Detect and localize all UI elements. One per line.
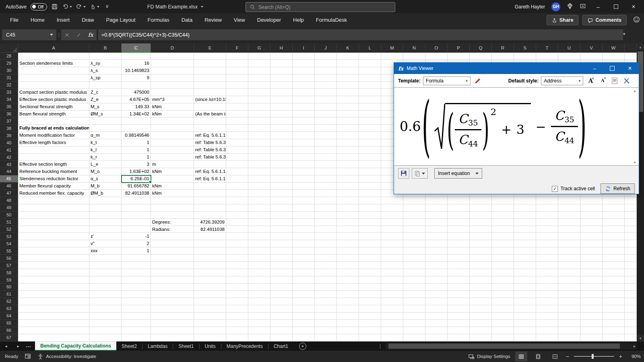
cell-K59[interactable] [337,276,359,284]
window-maximize-button[interactable] [610,0,621,13]
cell-T67[interactable] [536,334,558,341]
cell-S50[interactable] [514,212,536,219]
cell-I57[interactable] [293,262,315,269]
touch-mode-dropdown-arrow[interactable] [97,6,99,8]
tabbar-options-icon[interactable]: ⋮ [378,343,383,349]
page-break-view-button[interactable] [549,352,561,361]
cell-H47[interactable] [270,190,293,197]
cell-F43[interactable] [226,161,248,168]
cell-E49[interactable] [194,204,226,212]
cell-Q61[interactable] [470,291,492,298]
cell-U50[interactable] [558,212,580,219]
cell-M67[interactable] [381,334,403,341]
cell-N48[interactable] [403,197,425,204]
row-header-50[interactable]: 50 [0,212,18,219]
cell-W49[interactable] [603,204,625,212]
macro-record-icon[interactable] [25,353,31,360]
cell-L59[interactable] [359,276,381,284]
cell-D52[interactable]: Radians: [151,226,194,233]
scroll-down-icon[interactable]: ▾ [637,335,644,341]
cell-C33[interactable]: 475000 [122,89,151,96]
cell-E46[interactable] [194,183,226,190]
cell-B64[interactable] [89,313,122,320]
cell-V50[interactable] [580,212,603,219]
cell-F48[interactable] [226,197,248,204]
cell-J42[interactable] [315,154,337,161]
cell-A67[interactable] [18,334,89,341]
cell-K67[interactable] [337,334,359,341]
cell-I36[interactable] [293,111,315,118]
cell-H41[interactable] [270,146,293,154]
cell-A58[interactable] [18,269,89,276]
cell-O63[interactable] [425,305,448,313]
cell-G29[interactable] [248,60,270,67]
cell-D39[interactable] [151,132,194,139]
cell-C54[interactable]: 2 [122,240,151,247]
cell-P59[interactable] [448,276,470,284]
cell-B54[interactable]: v" [89,240,122,247]
cell-L55[interactable] [359,247,381,255]
scroll-up-icon[interactable]: ▴ [637,43,644,50]
cell-M57[interactable] [381,262,403,269]
cell-L56[interactable] [359,255,381,262]
cell-K31[interactable] [337,74,359,82]
edit-template-pencil-icon[interactable] [473,76,483,86]
cell-I33[interactable] [293,89,315,96]
ribbon-tab-insert[interactable]: Insert [51,13,76,27]
cell-O59[interactable] [425,276,448,284]
cell-H42[interactable] [270,154,293,161]
copy-equation-button[interactable] [412,168,428,179]
cell-K34[interactable] [337,96,359,103]
cell-C41[interactable]: 1 [122,146,151,154]
cell-C44[interactable]: 1.63E+02 [122,168,151,175]
cell-W64[interactable] [603,313,625,320]
cell-R58[interactable] [492,269,514,276]
cell-I29[interactable] [293,60,315,67]
cell-F63[interactable] [226,305,248,313]
cell-I53[interactable] [293,233,315,240]
row-header-45[interactable]: 45 [0,175,18,183]
cell-C58[interactable] [122,269,151,276]
cell-G66[interactable] [248,327,270,334]
cell-L64[interactable] [359,313,381,320]
cell-R62[interactable] [492,298,514,305]
cell-E56[interactable] [194,255,226,262]
cell-G61[interactable] [248,291,270,298]
cell-U53[interactable] [558,233,580,240]
row-header-49[interactable]: 49 [0,204,18,212]
cell-D58[interactable] [151,269,194,276]
cell-J61[interactable] [315,291,337,298]
cell-K44[interactable] [337,168,359,175]
row-header-58[interactable]: 58 [0,269,18,276]
cell-F61[interactable] [226,291,248,298]
cell-O65[interactable] [425,320,448,327]
horizontal-scrollbar-thumb[interactable] [388,343,620,349]
cell-I60[interactable] [293,284,315,291]
cell-P54[interactable] [448,240,470,247]
cell-V56[interactable] [580,255,603,262]
cell-L29[interactable] [359,60,381,67]
cell-E50[interactable] [194,212,226,219]
coming-soon-icon[interactable] [567,3,573,10]
cell-L54[interactable] [359,240,381,247]
cell-D65[interactable] [151,320,194,327]
cell-B28[interactable] [89,53,122,60]
cell-H56[interactable] [270,255,293,262]
cell-I39[interactable] [293,132,315,139]
cell-F46[interactable] [226,183,248,190]
horizontal-scrollbar[interactable]: ▸ [386,343,637,350]
cell-U58[interactable] [558,269,580,276]
cell-T55[interactable] [536,247,558,255]
cell-F33[interactable] [226,89,248,96]
cell-E53[interactable] [194,233,226,240]
cell-M55[interactable] [381,247,403,255]
cell-C65[interactable] [122,320,151,327]
cell-T50[interactable] [536,212,558,219]
cell-F28[interactable] [226,53,248,60]
cell-B47[interactable]: ØM_b [89,190,122,197]
cell-T64[interactable] [536,313,558,320]
cell-Q64[interactable] [470,313,492,320]
cell-N50[interactable] [403,212,425,219]
cell-L28[interactable] [359,53,381,60]
row-header-32[interactable]: 32 [0,82,18,89]
